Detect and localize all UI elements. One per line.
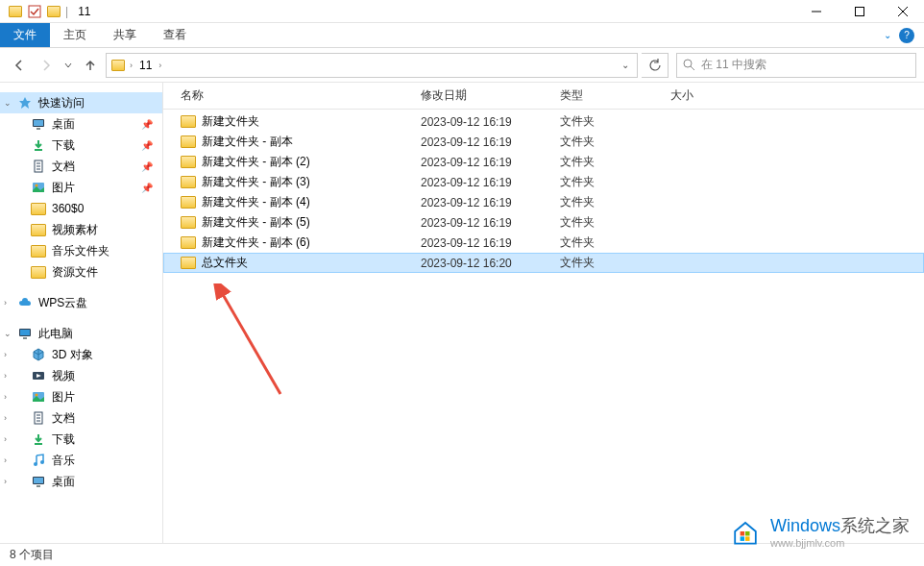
file-row[interactable]: 新建文件夹2023-09-12 16:19文件夹 — [163, 111, 924, 132]
sidebar-item[interactable]: ›音乐 — [0, 450, 162, 471]
file-row[interactable]: 新建文件夹 - 副本 (3)2023-09-12 16:19文件夹 — [163, 172, 924, 192]
chevron-right-icon[interactable]: › — [4, 434, 7, 444]
pin-icon: 📌 — [141, 119, 153, 130]
forward-button[interactable] — [35, 54, 58, 77]
chevron-down-icon[interactable]: ⌄ — [4, 329, 12, 338]
document-icon — [31, 159, 46, 174]
file-type: 文件夹 — [552, 214, 663, 231]
sidebar-quick-access[interactable]: ⌄ 快速访问 — [0, 92, 162, 113]
close-button[interactable] — [881, 0, 924, 23]
folder-icon — [181, 135, 196, 148]
sidebar-item[interactable]: 视频素材 — [0, 219, 162, 240]
file-list[interactable]: 新建文件夹2023-09-12 16:19文件夹新建文件夹 - 副本2023-0… — [163, 110, 924, 544]
desktop-icon — [31, 474, 46, 489]
chevron-right-icon[interactable]: › — [4, 371, 7, 381]
star-icon — [17, 95, 33, 111]
chevron-right-icon[interactable]: › — [4, 298, 7, 308]
column-header-type[interactable]: 类型 — [552, 87, 663, 104]
chevron-right-icon[interactable]: › — [4, 477, 7, 486]
sidebar-item[interactable]: ›文档 — [0, 407, 162, 429]
sidebar-item[interactable]: 音乐文件夹 — [0, 240, 162, 261]
column-header-date[interactable]: 修改日期 — [413, 87, 552, 104]
sidebar-item[interactable]: 图片📌 — [0, 177, 162, 198]
sidebar-item-label: 下载 — [52, 431, 75, 448]
item-count: 8 个项目 — [10, 547, 54, 563]
desktop-icon — [31, 116, 46, 132]
chevron-right-icon[interactable]: › — [4, 413, 7, 423]
chevron-down-icon[interactable]: ⌄ — [884, 30, 891, 40]
sidebar-item-label: 视频 — [52, 368, 75, 384]
ribbon-tab-home[interactable]: 主页 — [50, 23, 100, 47]
sidebar-this-pc[interactable]: ⌄ 此电脑 — [0, 323, 162, 344]
ribbon-tab-view[interactable]: 查看 — [150, 23, 200, 47]
ribbon: 文件 主页 共享 查看 ⌄ ? — [0, 23, 924, 48]
sidebar-item[interactable]: 下载📌 — [0, 135, 162, 156]
chevron-right-icon[interactable]: › — [130, 61, 133, 70]
svg-rect-34 — [741, 531, 745, 536]
folder-icon — [31, 264, 46, 280]
file-date: 2023-09-12 16:19 — [413, 216, 552, 230]
pin-icon: 📌 — [141, 161, 153, 172]
folder-icon — [181, 115, 196, 128]
svg-rect-9 — [36, 128, 40, 130]
column-header-size[interactable]: 大小 — [663, 87, 740, 104]
ribbon-tab-file[interactable]: 文件 — [0, 23, 50, 47]
ribbon-tab-share[interactable]: 共享 — [100, 23, 150, 47]
chevron-right-icon[interactable]: › — [158, 61, 161, 70]
breadcrumb-segment[interactable]: 11 — [136, 59, 155, 72]
properties-icon[interactable] — [27, 4, 42, 19]
file-row[interactable]: 新建文件夹 - 副本 (4)2023-09-12 16:19文件夹 — [163, 192, 924, 212]
file-type: 文件夹 — [552, 154, 663, 170]
sidebar-item[interactable]: ›图片 — [0, 386, 162, 407]
file-date: 2023-09-12 16:20 — [413, 257, 552, 270]
address-bar[interactable]: › 11 › ⌄ — [106, 53, 638, 78]
folder-icon — [181, 216, 196, 229]
svg-rect-18 — [20, 330, 30, 335]
sidebar-item[interactable]: 桌面📌 — [0, 113, 162, 135]
back-button[interactable] — [8, 54, 31, 77]
refresh-button[interactable] — [642, 53, 669, 78]
document-icon — [31, 410, 46, 426]
file-row[interactable]: 新建文件夹 - 副本 (2)2023-09-12 16:19文件夹 — [163, 152, 924, 172]
sidebar-item[interactable]: ›桌面 — [0, 471, 162, 492]
3d-icon — [31, 347, 46, 362]
svg-rect-19 — [23, 337, 27, 339]
chevron-right-icon[interactable]: › — [4, 455, 7, 465]
column-header-name[interactable]: 名称 ⌃ — [173, 87, 413, 104]
file-row[interactable]: 新建文件夹 - 副本 (6)2023-09-12 16:19文件夹 — [163, 233, 924, 253]
history-dropdown[interactable] — [61, 54, 75, 77]
svg-point-28 — [34, 462, 37, 466]
file-row[interactable]: 总文件夹2023-09-12 16:20文件夹 — [163, 253, 924, 273]
file-date: 2023-09-12 16:19 — [413, 156, 552, 169]
chevron-right-icon[interactable]: › — [4, 392, 7, 402]
sidebar-item[interactable]: ›视频 — [0, 365, 162, 386]
search-input[interactable]: 在 11 中搜索 — [676, 53, 916, 78]
sidebar-item-label: 下载 — [52, 137, 75, 154]
svg-point-5 — [684, 60, 692, 67]
chevron-down-icon[interactable]: ⌄ — [4, 98, 12, 108]
up-button[interactable] — [79, 54, 102, 77]
sidebar-item[interactable]: 文档📌 — [0, 156, 162, 177]
svg-rect-2 — [855, 7, 863, 15]
sidebar-item[interactable]: ›下载 — [0, 429, 162, 450]
watermark-brand: Windows系统之家 — [770, 514, 910, 537]
file-view: 名称 ⌃ 修改日期 类型 大小 新建文件夹2023-09-12 16:19文件夹… — [163, 83, 924, 544]
file-type: 文件夹 — [552, 174, 663, 190]
sidebar-wps[interactable]: › WPS云盘 — [0, 292, 162, 313]
sidebar-item[interactable]: ›3D 对象 — [0, 344, 162, 365]
sidebar-item[interactable]: 资源文件 — [0, 261, 162, 283]
folder-icon — [31, 222, 46, 237]
chevron-down-icon[interactable]: ⌄ — [618, 60, 633, 70]
file-date: 2023-09-12 16:19 — [413, 196, 552, 209]
help-icon[interactable]: ? — [899, 28, 914, 43]
chevron-right-icon[interactable]: › — [4, 350, 7, 359]
file-date: 2023-09-12 16:19 — [413, 176, 552, 189]
sidebar-item[interactable]: 360$0 — [0, 198, 162, 219]
maximize-button[interactable] — [838, 0, 881, 23]
file-row[interactable]: 新建文件夹 - 副本 (5)2023-09-12 16:19文件夹 — [163, 212, 924, 233]
minimize-button[interactable] — [794, 0, 838, 23]
file-row[interactable]: 新建文件夹 - 副本2023-09-12 16:19文件夹 — [163, 132, 924, 152]
search-placeholder: 在 11 中搜索 — [701, 57, 766, 73]
file-type: 文件夹 — [552, 194, 663, 210]
file-date: 2023-09-12 16:19 — [413, 115, 552, 129]
